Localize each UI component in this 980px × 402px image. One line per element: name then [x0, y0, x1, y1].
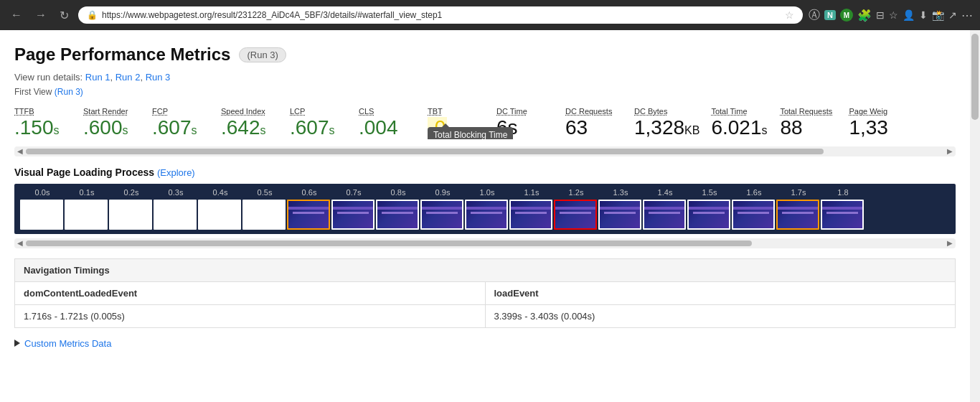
- scrollbar-thumb-v[interactable]: [971, 34, 979, 120]
- filmstrip-frame[interactable]: [376, 200, 419, 230]
- metric-item-lcp: LCP.607s: [290, 107, 347, 139]
- metric-item-start-render: Start Render.600s: [83, 107, 141, 139]
- filmstrip-container: 0.0s0.1s0.2s0.3s0.4s0.5s0.6s0.7s0.8s0.9s…: [14, 184, 956, 234]
- metric-value-lcp: .607s: [290, 117, 335, 139]
- run2-link[interactable]: Run 2: [116, 72, 141, 83]
- filmstrip-frame[interactable]: [65, 200, 108, 230]
- bookmark-icon: ☆: [889, 9, 898, 21]
- share-icon: ↗: [948, 9, 957, 21]
- filmstrip-frame[interactable]: [109, 200, 152, 230]
- filmstrip-frame[interactable]: [198, 200, 241, 230]
- scrollbar-thumb[interactable]: [26, 149, 824, 154]
- metric-item-fcp: FCP.607s: [152, 107, 209, 139]
- metric-label-page-weight[interactable]: Page Weig: [849, 107, 887, 116]
- filmstrip-frame[interactable]: [821, 200, 864, 230]
- metric-label-fcp[interactable]: FCP: [152, 107, 168, 116]
- metric-label-tbt[interactable]: TBT: [428, 107, 443, 116]
- filmstrip-frame[interactable]: [465, 200, 508, 230]
- back-button[interactable]: ←: [7, 7, 26, 23]
- download-icon: ⬇: [919, 9, 928, 21]
- menu-icon[interactable]: ⋯: [961, 9, 973, 22]
- forward-button[interactable]: →: [32, 7, 50, 23]
- filmstrip-frame[interactable]: [242, 200, 286, 230]
- metric-label-lcp[interactable]: LCP: [290, 107, 305, 116]
- filmstrip-time-label: 1.1s: [509, 188, 554, 197]
- filmstrip-time-label: 0.4s: [198, 188, 242, 197]
- filmstrip-scroll-right[interactable]: ▶: [944, 238, 956, 248]
- filmstrip-frames: [20, 200, 950, 230]
- metric-label-dc-requests[interactable]: DC Requests: [565, 107, 612, 116]
- browser-actions: Ⓐ N M 🧩 ⊟ ☆ 👤 ⬇ 📸 ↗ ⋯: [809, 8, 973, 23]
- explore-link[interactable]: (Explore): [157, 167, 195, 178]
- filmstrip-scrollbar[interactable]: ◀ ▶: [14, 238, 956, 248]
- metric-value-dc-bytes: 1,328KB: [634, 117, 699, 139]
- custom-metrics-link[interactable]: Custom Metrics Data: [24, 338, 111, 349]
- filmstrip-frame[interactable]: [287, 200, 330, 230]
- filmstrip-scroll-left[interactable]: ◀: [14, 238, 26, 248]
- filmstrip-scrollbar-thumb[interactable]: [26, 240, 752, 246]
- metric-item-dc-bytes: DC Bytes1,328KB: [634, 107, 699, 139]
- metric-value-dc-requests: 63: [565, 117, 588, 139]
- filmstrip-frame[interactable]: [598, 200, 641, 230]
- lock-icon: 🔒: [87, 10, 98, 20]
- first-view-run-link[interactable]: (Run 3): [55, 87, 83, 97]
- screenshare-icon: 📸: [932, 9, 944, 21]
- metric-label-speed-index[interactable]: Speed Index: [221, 107, 265, 116]
- metric-label-dc-bytes[interactable]: DC Bytes: [634, 107, 667, 116]
- filmstrip-frame[interactable]: [776, 200, 819, 230]
- load-event-col-header: loadEvent: [486, 282, 956, 304]
- split-view-icon: ⊟: [876, 9, 885, 21]
- run3-link[interactable]: Run 3: [146, 72, 171, 83]
- filmstrip-frame[interactable]: [643, 200, 686, 230]
- filmstrip-frame[interactable]: [154, 200, 197, 230]
- nav-timings-header: Navigation Timings: [15, 259, 955, 282]
- view-run-details: View run details: Run 1, Run 2, Run 3: [14, 72, 956, 83]
- filmstrip-time-label: 1.8: [821, 188, 865, 197]
- filmstrip-frame[interactable]: [509, 200, 552, 230]
- metric-item-tbt: TBT.0Total Blocking Time: [428, 107, 485, 139]
- url-text: https://www.webpagetest.org/result/23122…: [102, 10, 781, 20]
- filmstrip-time-label: 1.2s: [554, 188, 598, 197]
- profile-icon: Ⓐ: [809, 8, 820, 23]
- nav-timings-col-headers: domContentLoadedEvent loadEvent: [15, 282, 955, 305]
- metric-value-fcp: .607s: [152, 117, 197, 139]
- profile2-icon: 👤: [903, 9, 915, 21]
- scroll-right-arrow[interactable]: ▶: [944, 146, 956, 156]
- metric-label-total-time[interactable]: Total Time: [711, 107, 747, 116]
- filmstrip-time-label: 1.3s: [598, 188, 643, 197]
- metric-value-ttfb: .150s: [14, 117, 60, 139]
- filmstrip-times: 0.0s0.1s0.2s0.3s0.4s0.5s0.6s0.7s0.8s0.9s…: [20, 188, 950, 197]
- metric-item-total-requests: Total Requests88: [780, 107, 837, 139]
- filmstrip-time-label: 1.5s: [687, 188, 732, 197]
- filmstrip-time-label: 0.0s: [20, 188, 65, 197]
- reload-button[interactable]: ↻: [56, 7, 72, 24]
- metric-value-start-render: .600s: [83, 117, 128, 139]
- filmstrip-time-label: 0.7s: [331, 188, 376, 197]
- filmstrip-time-label: 0.3s: [154, 188, 198, 197]
- metrics-row: TTFB.150sStart Render.600sFCP.607sSpeed …: [14, 107, 956, 139]
- filmstrip-frame[interactable]: [732, 200, 775, 230]
- metric-label-total-requests[interactable]: Total Requests: [780, 107, 832, 116]
- metrics-scrollbar[interactable]: ◀ ▶: [14, 146, 956, 156]
- run1-link[interactable]: Run 1: [85, 72, 110, 83]
- filmstrip-frame[interactable]: [20, 200, 63, 230]
- filmstrip-time-label: 0.9s: [420, 188, 465, 197]
- filmstrip-frame[interactable]: [554, 200, 597, 230]
- metric-value-speed-index: .642s: [221, 117, 266, 139]
- metric-item-total-time: Total Time6.021s: [711, 107, 768, 139]
- metric-label-cls[interactable]: CLS: [359, 107, 374, 116]
- extensions-icon: 🧩: [857, 9, 872, 22]
- filmstrip-time-label: 1.4s: [643, 188, 687, 197]
- filmstrip-frame[interactable]: [331, 200, 374, 230]
- filmstrip-time-label: 1.7s: [776, 188, 821, 197]
- scroll-left-arrow[interactable]: ◀: [14, 146, 26, 156]
- filmstrip-frame[interactable]: [420, 200, 463, 230]
- metric-label-ttfb[interactable]: TTFB: [14, 107, 34, 116]
- metric-label-dc-time[interactable]: DC Time: [496, 107, 527, 116]
- url-bar[interactable]: 🔒 https://www.webpagetest.org/result/231…: [78, 6, 803, 24]
- custom-metrics-toggle[interactable]: Custom Metrics Data: [14, 338, 956, 349]
- metric-value-total-time: 6.021s: [711, 117, 767, 139]
- vertical-scrollbar[interactable]: [970, 30, 980, 402]
- metric-label-start-render[interactable]: Start Render: [83, 107, 128, 116]
- filmstrip-frame[interactable]: [687, 200, 730, 230]
